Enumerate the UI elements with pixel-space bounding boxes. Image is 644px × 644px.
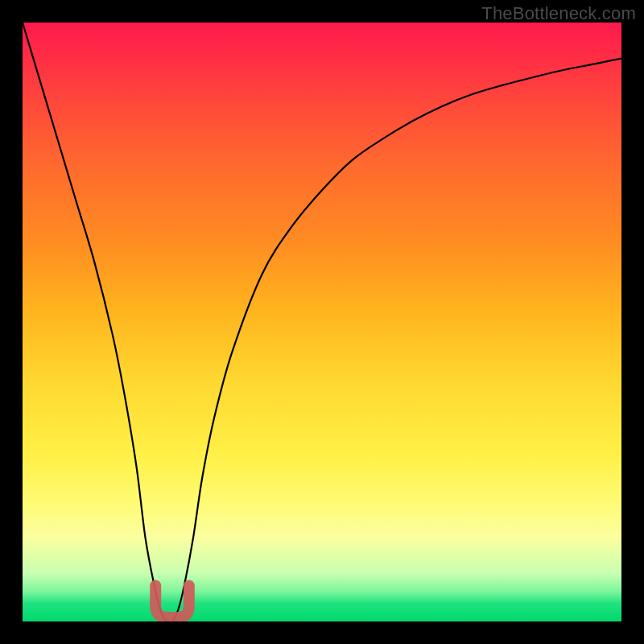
chart-frame: TheBottleneck.com — [0, 0, 644, 644]
bottleneck-curve — [23, 23, 621, 621]
plot-area — [23, 23, 621, 621]
watermark-text: TheBottleneck.com — [481, 3, 636, 24]
